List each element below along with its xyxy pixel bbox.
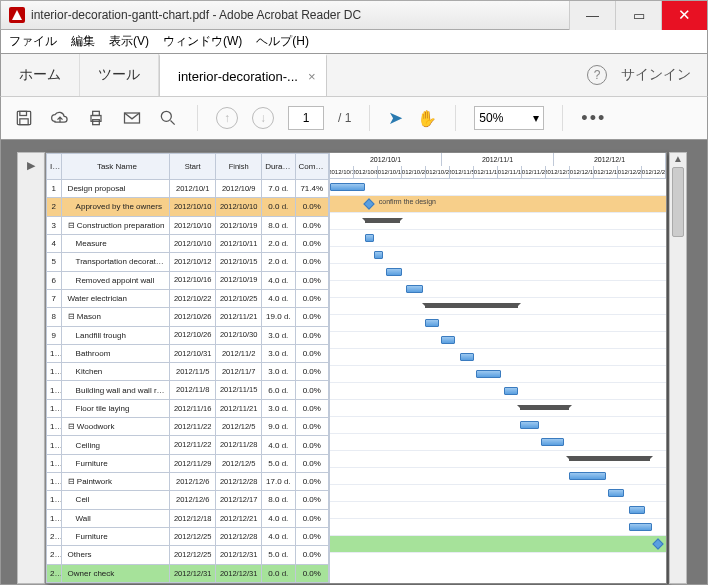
milestone-label: confirm the design [379, 198, 436, 205]
window-title: interior-decoration-gantt-chart.pdf - Ad… [31, 8, 361, 22]
week-header: 2012/12/3 [546, 166, 570, 179]
chart-row [330, 417, 666, 434]
table-row: 16Furniture2012/11/292012/12/55.0 d.0.0% [47, 454, 329, 472]
gantt-bar [569, 472, 606, 480]
more-icon[interactable]: ••• [581, 108, 606, 129]
chart-row [330, 230, 666, 247]
chevron-down-icon: ▾ [533, 111, 539, 125]
menu-file[interactable]: ファイル [9, 33, 57, 50]
pdf-page: ID Task Name Start Finish Duration Compl… [45, 152, 667, 584]
nav-pane-collapsed[interactable]: ▶ [17, 152, 45, 584]
page-number-input[interactable] [288, 106, 324, 130]
chart-row [330, 536, 666, 553]
tabstrip: ホーム ツール interior-decoration-... × ? サインイ… [0, 54, 708, 96]
tab-document[interactable]: interior-decoration-... × [159, 54, 327, 96]
gantt-bar [386, 268, 402, 276]
gantt-bar [476, 370, 501, 378]
gantt-bar [520, 421, 539, 429]
week-header: 2012/10/15 [378, 166, 402, 179]
chart-row [330, 519, 666, 536]
scrollbar-thumb[interactable] [672, 167, 684, 237]
table-row: 11Kitchen2012/11/52012/11/73.0 d.0.0% [47, 363, 329, 381]
gantt-chart: 2012/10/12012/11/12012/12/1 2012/10/1201… [329, 153, 666, 583]
tab-tools[interactable]: ツール [80, 54, 159, 96]
gantt-bar [608, 489, 624, 497]
menu-window[interactable]: ウィンドウ(W) [163, 33, 242, 50]
gantt-bar [330, 183, 365, 191]
tab-home[interactable]: ホーム [1, 54, 80, 96]
week-header: 2012/11/12 [474, 166, 498, 179]
week-header: 2012/12/24 [618, 166, 642, 179]
table-row: 10Bathroom2012/10/312012/11/23.0 d.0.0% [47, 344, 329, 362]
menu-view[interactable]: 表示(V) [109, 33, 149, 50]
tab-document-label: interior-decoration-... [178, 69, 298, 84]
app-icon [9, 7, 25, 23]
svg-rect-5 [93, 120, 100, 125]
cloud-upload-icon[interactable] [49, 107, 71, 129]
mail-icon[interactable] [121, 107, 143, 129]
print-icon[interactable] [85, 107, 107, 129]
zoom-value: 50% [479, 111, 503, 125]
tab-close-icon[interactable]: × [308, 69, 316, 84]
help-icon[interactable]: ? [587, 65, 607, 85]
search-icon[interactable] [157, 107, 179, 129]
col-start: Start [170, 154, 216, 180]
chart-row [330, 179, 666, 196]
signin-link[interactable]: サインイン [621, 66, 691, 84]
month-header: 2012/10/1 [330, 153, 442, 166]
chart-row [330, 485, 666, 502]
chart-row [330, 434, 666, 451]
week-header: 2012/10/29 [426, 166, 450, 179]
table-row: 14⊟ Woodwork2012/11/222012/12/59.0 d.0.0… [47, 418, 329, 436]
document-area: ▶ ID Task Name Start Finish Duration Com… [0, 140, 708, 585]
table-row: 2Approved by the owners2012/10/102012/10… [47, 198, 329, 216]
close-button[interactable]: ✕ [661, 1, 707, 30]
zoom-select[interactable]: 50% ▾ [474, 106, 544, 130]
page-down-button[interactable]: ↓ [252, 107, 274, 129]
gantt-summary-bar [569, 456, 650, 461]
chart-row [330, 349, 666, 366]
gantt-summary-bar [520, 405, 569, 410]
gantt-milestone [653, 538, 664, 549]
month-header: 2012/12/1 [554, 153, 666, 166]
page-up-button[interactable]: ↑ [216, 107, 238, 129]
save-icon[interactable] [13, 107, 35, 129]
week-header: 2012/10/22 [402, 166, 426, 179]
toolbar: ↑ ↓ / 1 ➤ ✋ 50% ▾ ••• [0, 96, 708, 140]
svg-rect-2 [20, 119, 28, 125]
gantt-bar [365, 234, 374, 242]
week-header: 2012/12/17 [594, 166, 618, 179]
table-row: 7Water electrician2012/10/222012/10/254.… [47, 289, 329, 307]
chart-row [330, 468, 666, 485]
col-complete: Complete [295, 154, 328, 180]
chart-row [330, 264, 666, 281]
chart-row [330, 451, 666, 468]
pan-tool-icon[interactable]: ✋ [417, 109, 437, 128]
table-row: 6Removed appoint wall2012/10/162012/10/1… [47, 271, 329, 289]
week-header: 2012/10/8 [354, 166, 378, 179]
chart-row [330, 247, 666, 264]
gantt-bar [425, 319, 439, 327]
gantt-bar [629, 523, 652, 531]
select-tool-icon[interactable]: ➤ [388, 107, 403, 129]
svg-point-7 [161, 111, 171, 121]
chart-row [330, 213, 666, 230]
month-header: 2012/11/1 [442, 153, 554, 166]
chart-row [330, 298, 666, 315]
menu-help[interactable]: ヘルプ(H) [256, 33, 309, 50]
svg-rect-4 [93, 111, 100, 115]
maximize-button[interactable]: ▭ [615, 1, 661, 30]
chart-row [330, 400, 666, 417]
table-row: 21Others2012/12/252012/12/315.0 d.0.0% [47, 546, 329, 564]
gantt-bar [504, 387, 518, 395]
table-row: 20Furniture2012/12/252012/12/284.0 d.0.0… [47, 527, 329, 545]
menu-edit[interactable]: 編集 [71, 33, 95, 50]
table-row: 12Building wall and wall repair2012/11/8… [47, 381, 329, 399]
table-row: 4Measure2012/10/102012/10/112.0 d.0.0% [47, 234, 329, 252]
vertical-scrollbar[interactable]: ▲ [669, 152, 687, 584]
table-row: 22Owner check2012/12/312012/12/310.0 d.0… [47, 564, 329, 582]
minimize-button[interactable]: — [569, 1, 615, 30]
chart-row [330, 383, 666, 400]
table-row: 13Floor tile laying2012/11/162012/11/213… [47, 399, 329, 417]
gantt-summary-bar [425, 303, 518, 308]
